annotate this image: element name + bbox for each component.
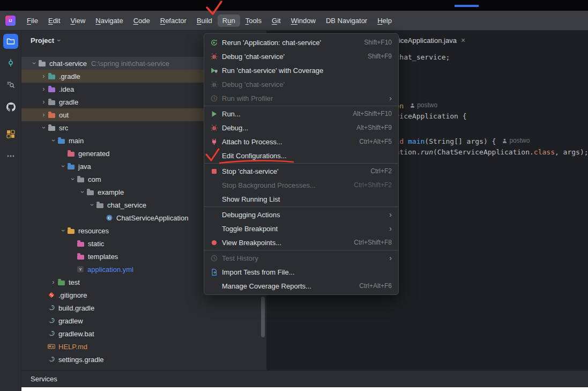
menu-item-label: Run 'chat-service' with Coverage: [222, 67, 323, 75]
project-panel-title: Project: [31, 36, 54, 45]
tree-item-label: test: [69, 278, 80, 286]
folder-icon: [77, 255, 84, 260]
menu-code[interactable]: Code: [129, 14, 155, 27]
run-menu-show-running-list[interactable]: Show Running List: [204, 192, 398, 206]
menu-help[interactable]: Help: [373, 14, 397, 27]
project-icon[interactable]: [3, 34, 18, 49]
chevron-right-icon[interactable]: ›: [40, 85, 48, 93]
gradle-icon: [48, 304, 55, 312]
menu-edit[interactable]: Edit: [43, 14, 65, 27]
menu-item-label: View Breakpoints...: [222, 239, 281, 247]
intellij-logo-icon: IJ: [5, 16, 16, 26]
github-icon[interactable]: [3, 99, 18, 114]
run-menu-import-tests-from-file[interactable]: Import Tests from File...: [204, 265, 398, 279]
menu-navigate[interactable]: Navigate: [91, 14, 128, 27]
run-menu-debug-chat-service[interactable]: Debug 'chat-service'Shift+F9: [204, 49, 398, 63]
menu-item-shortcut: Shift+F9: [368, 53, 392, 60]
attach-icon: [210, 138, 218, 145]
run-menu-view-breakpoints[interactable]: View Breakpoints...Ctrl+Shift+F8: [204, 235, 398, 249]
menu-item-shortcut: Ctrl+Alt+F5: [359, 138, 392, 145]
more-icon[interactable]: [3, 149, 18, 164]
svg-text:Y: Y: [79, 267, 81, 272]
chevron-down-icon[interactable]: ›: [88, 201, 96, 209]
tree-item-label: gradlew: [58, 317, 83, 325]
folder-icon: [58, 139, 65, 144]
taskbar-strip: [21, 387, 588, 391]
menu-item-label: Test History: [222, 254, 258, 262]
menu-view[interactable]: View: [65, 14, 90, 27]
menu-window[interactable]: Window: [286, 14, 321, 27]
menu-item-label: Debug...: [222, 124, 248, 132]
commit-icon[interactable]: [3, 55, 18, 70]
rerun-icon: [210, 39, 218, 46]
menu-run[interactable]: Run: [218, 14, 240, 27]
tree-item-label: templates: [88, 253, 118, 261]
menu-git[interactable]: Git: [267, 14, 286, 27]
code-vision-author-hint[interactable]: postwo: [410, 101, 437, 109]
chevron-down-icon[interactable]: ›: [50, 137, 57, 145]
close-icon[interactable]: ×: [461, 36, 465, 45]
run-menu-debugging-actions[interactable]: Debugging Actions›: [204, 208, 398, 222]
chevron-down-icon[interactable]: ›: [69, 175, 77, 183]
menu-file[interactable]: File: [22, 14, 43, 27]
menu-item-shortcut: Alt+Shift+F10: [353, 110, 392, 117]
menu-item-label: Stop 'chat-service': [222, 167, 278, 175]
menu-build[interactable]: Build: [192, 14, 217, 27]
chevron-right-icon[interactable]: ›: [40, 111, 48, 119]
scrollbar-thumb[interactable]: [261, 297, 265, 337]
tree-item-gradlew[interactable]: gradlew: [21, 314, 266, 327]
chevron-down-icon[interactable]: ›: [59, 163, 67, 171]
chevron-down-icon[interactable]: ›: [59, 227, 67, 235]
run-menu-rerun-application-chat-service[interactable]: Rerun 'Application: chat-service'Shift+F…: [204, 35, 398, 49]
chevron-right-icon[interactable]: ›: [40, 72, 48, 80]
run-menu-manage-coverage-reports[interactable]: Manage Coverage Reports...Ctrl+Alt+F6: [204, 279, 398, 293]
activity-bar: [0, 31, 21, 391]
tree-item-label: generated: [78, 150, 110, 158]
tree-item-label: java: [78, 163, 91, 171]
menu-item-label: Debug 'chat-service': [222, 53, 285, 61]
run-menu-run[interactable]: Run...Alt+Shift+F10: [204, 107, 398, 121]
run-menu-debug[interactable]: Debug...Alt+Shift+F9: [204, 121, 398, 135]
search-icon[interactable]: [3, 77, 18, 92]
services-icon[interactable]: [3, 127, 18, 142]
history-icon: [210, 255, 218, 262]
menu-db-navigator[interactable]: DB Navigator: [321, 14, 372, 27]
yaml-icon: Y: [77, 265, 84, 273]
project-panel-header[interactable]: Project ›: [31, 36, 60, 45]
menu-refactor[interactable]: Refactor: [155, 14, 191, 27]
gradle-icon: [48, 356, 55, 363]
menu-item-label: Debugging Actions: [222, 211, 280, 219]
tree-item-label: chat-service: [49, 60, 87, 68]
run-menu-debug-chat-service: Debug 'chat-service': [204, 77, 398, 91]
debug-icon: [210, 124, 218, 131]
chevron-right-icon[interactable]: ›: [40, 98, 48, 106]
services-bar[interactable]: Services: [21, 370, 588, 387]
tree-item-help-md[interactable]: HELP.md: [21, 340, 266, 353]
chevron-down-icon[interactable]: ›: [40, 124, 48, 132]
tree-item-gradlew-bat[interactable]: gradlew.bat: [21, 327, 266, 340]
folder-icon: [48, 113, 55, 118]
tree-item-label: out: [59, 111, 69, 119]
run-menu-edit-configurations[interactable]: Edit Configurations...: [204, 149, 398, 163]
run-menu-attach-to-process[interactable]: Attach to Process...Ctrl+Alt+F5: [204, 135, 398, 149]
tree-item-settings-gradle[interactable]: settings.gradle: [21, 353, 266, 366]
tree-item-label: src: [59, 124, 68, 132]
chevron-down-icon[interactable]: ›: [31, 60, 38, 68]
import-tests-icon: [210, 269, 218, 276]
chevron-down-icon[interactable]: ›: [79, 188, 86, 196]
git-icon: [48, 291, 55, 299]
debug-icon: [210, 81, 218, 88]
tree-item-build-gradle[interactable]: build.gradle: [21, 301, 266, 314]
menu-item-shortcut: Ctrl+Alt+F6: [359, 282, 392, 290]
run-menu-toggle-breakpoint[interactable]: Toggle Breakpoint›: [204, 222, 398, 235]
code-vision-author-hint[interactable]: postwo: [502, 136, 530, 145]
menu-item-label: Toggle Breakpoint: [222, 225, 278, 233]
run-menu-stop-chat-service[interactable]: Stop 'chat-service'Ctrl+F2: [204, 164, 398, 178]
menu-tools[interactable]: Tools: [241, 14, 266, 27]
chevron-right-icon[interactable]: ›: [49, 278, 57, 286]
tree-item-label: application.yml: [87, 265, 133, 274]
services-label: Services: [31, 375, 57, 383]
menu-separator: [204, 163, 398, 164]
menu-item-shortcut: Alt+Shift+F9: [356, 124, 392, 131]
run-menu-run-chat-service-with-coverage[interactable]: Run 'chat-service' with Coverage: [204, 63, 398, 77]
